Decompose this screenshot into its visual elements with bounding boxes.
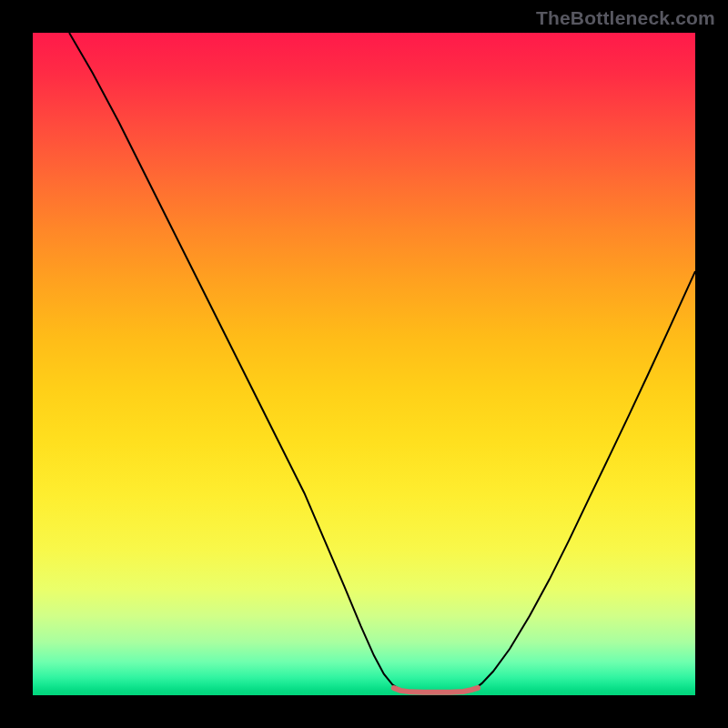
outer-frame: TheBottleneck.com: [0, 0, 728, 728]
watermark-text: TheBottleneck.com: [536, 7, 715, 29]
background-gradient: [33, 33, 695, 695]
plot-area: [33, 33, 695, 695]
